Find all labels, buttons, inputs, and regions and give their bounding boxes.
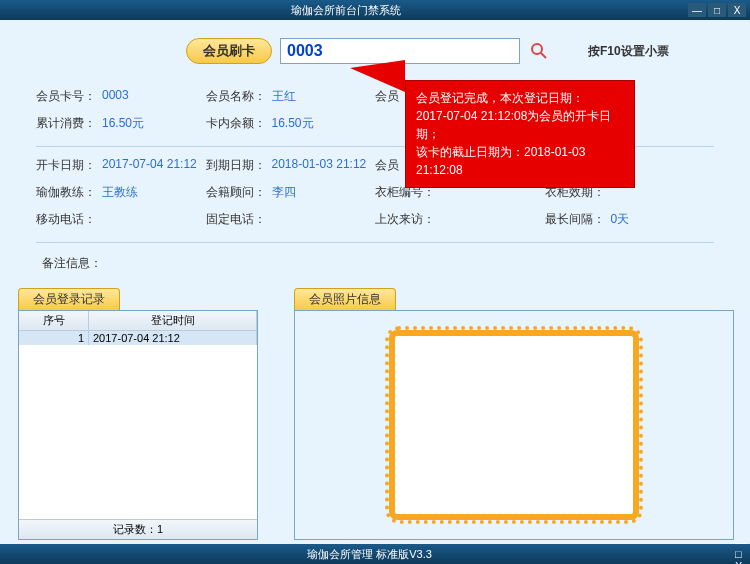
- open-date-label: 开卡日期：: [36, 157, 96, 174]
- name-label: 会员名称：: [206, 88, 266, 105]
- consume-value: 16.50元: [102, 115, 144, 132]
- advisor-label: 会籍顾问：: [206, 184, 266, 201]
- login-records-panel: 序号 登记时间 1 2017-07-04 21:12 记录数：1: [18, 310, 258, 540]
- row-time: 2017-07-04 21:12: [89, 331, 257, 345]
- coach-label: 瑜伽教练：: [36, 184, 96, 201]
- remark-label: 备注信息：: [42, 256, 102, 270]
- popup-line3: 该卡的截止日期为：2018-01-03 21:12:08: [416, 143, 624, 179]
- close-button[interactable]: X: [735, 560, 746, 564]
- mobile-label: 移动电话：: [36, 211, 96, 228]
- maximize-button[interactable]: □: [708, 3, 726, 17]
- login-records-tab[interactable]: 会员登录记录: [18, 288, 120, 310]
- balance-value: 16.50元: [272, 115, 314, 132]
- bottom-window-title: 瑜伽会所管理 标准版V3.3: [4, 547, 735, 562]
- window-title: 瑜伽会所前台门禁系统: [4, 3, 688, 18]
- hint-text: 按F10设置小票: [588, 43, 669, 60]
- card-no-value: 0003: [102, 88, 129, 105]
- swipe-card-button[interactable]: 会员刷卡: [186, 38, 272, 64]
- photo-panel: [294, 310, 734, 540]
- popup-line1: 会员登记完成，本次登记日期：: [416, 89, 624, 107]
- popup-arrow-icon: [350, 60, 405, 92]
- minimize-button[interactable]: —: [735, 536, 746, 548]
- card-no-label: 会员卡号：: [36, 88, 96, 105]
- svg-line-1: [541, 53, 546, 58]
- notification-popup: 会员登记完成，本次登记日期： 2017-07-04 21:12:08为会员的开卡…: [405, 80, 635, 188]
- consume-label: 累计消费：: [36, 115, 96, 132]
- table-footer: 记录数：1: [19, 519, 257, 539]
- popup-line2: 2017-07-04 21:12:08为会员的开卡日期；: [416, 107, 624, 143]
- open-date-value: 2017-07-04 21:12: [102, 157, 197, 174]
- max-gap-label: 最长间隔：: [545, 211, 605, 228]
- maximize-button[interactable]: □: [735, 548, 746, 560]
- table-row[interactable]: 1 2017-07-04 21:12: [19, 331, 257, 345]
- name-value: 王红: [272, 88, 296, 105]
- main-titlebar: 瑜伽会所前台门禁系统 — □ X: [0, 0, 750, 20]
- search-icon[interactable]: [528, 40, 550, 62]
- last-visit-label: 上次来访：: [375, 211, 435, 228]
- expire-value: 2018-01-03 21:12: [272, 157, 367, 174]
- max-gap-value: 0天: [611, 211, 630, 228]
- member2-label: 会员: [375, 157, 399, 174]
- advisor-value: 李四: [272, 184, 296, 201]
- tel-label: 固定电话：: [206, 211, 266, 228]
- col-time: 登记时间: [89, 311, 257, 330]
- coach-value: 王教练: [102, 184, 138, 201]
- minimize-button[interactable]: —: [688, 3, 706, 17]
- expire-label: 到期日期：: [206, 157, 266, 174]
- col-index: 序号: [19, 311, 89, 330]
- svg-point-0: [532, 44, 542, 54]
- photo-info-tab[interactable]: 会员照片信息: [294, 288, 396, 310]
- close-button[interactable]: X: [728, 3, 746, 17]
- divider: [36, 242, 714, 243]
- bottom-titlebar: 瑜伽会所管理 标准版V3.3 — □ X: [0, 544, 750, 564]
- photo-frame: [389, 330, 639, 520]
- balance-label: 卡内余额：: [206, 115, 266, 132]
- row-index: 1: [19, 331, 89, 345]
